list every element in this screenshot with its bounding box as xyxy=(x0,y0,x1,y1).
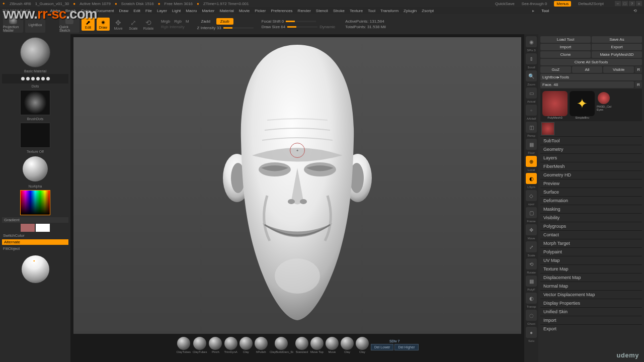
polyf-button[interactable]: ▦ xyxy=(526,276,537,287)
save-as-button[interactable]: Save As xyxy=(592,36,642,43)
menu-edit[interactable]: Edit xyxy=(133,9,140,13)
menu-tool[interactable]: Tool xyxy=(368,9,375,13)
minimize-button[interactable]: − xyxy=(615,1,621,6)
menu-preferences[interactable]: Preferences xyxy=(271,9,292,13)
section-contact[interactable]: Contact xyxy=(540,230,642,239)
brush-pinch[interactable]: Pinch xyxy=(209,337,222,353)
scroll-button[interactable]: ⇕ xyxy=(526,53,537,64)
material-sphere[interactable] xyxy=(23,156,48,182)
section-normalmap[interactable]: Normal Map xyxy=(540,282,642,290)
menu-transform[interactable]: Transform xyxy=(380,9,398,13)
subtool-mini-thumb[interactable] xyxy=(541,122,554,135)
menu-picker[interactable]: Picker xyxy=(255,9,266,13)
goz-r-button[interactable]: R xyxy=(635,66,642,73)
section-export[interactable]: Export xyxy=(540,324,642,333)
scale-mode-button[interactable]: ⤢Scale xyxy=(127,17,140,32)
menu-texture[interactable]: Texture xyxy=(350,9,363,13)
maximize-button[interactable]: □ xyxy=(622,1,628,6)
menu-material[interactable]: Material xyxy=(219,9,233,13)
section-surface[interactable]: Surface xyxy=(540,188,642,196)
tool-sphere-icon[interactable] xyxy=(598,92,610,104)
brush-movetop[interactable]: Move Top xyxy=(310,337,324,353)
make-polymesh-button[interactable]: Make PolyMesh3D xyxy=(592,51,642,58)
brush-claybuild[interactable]: ClayBuildDam_St xyxy=(270,337,293,353)
draw-mode-button[interactable]: ✷Draw xyxy=(97,18,110,31)
aahalf-button[interactable]: ▫ xyxy=(526,105,537,116)
goz-all-button[interactable]: All xyxy=(572,66,603,73)
scale-view-button[interactable]: ⤢ xyxy=(526,241,537,252)
default-zscript[interactable]: DefaultZScript xyxy=(578,2,604,6)
section-display[interactable]: Display Properties xyxy=(540,299,642,307)
drawsize-slider[interactable] xyxy=(287,26,317,28)
import-button[interactable]: Import xyxy=(540,44,591,50)
menu-document[interactable]: Document xyxy=(96,9,114,13)
face-r-button[interactable]: R xyxy=(635,81,642,88)
goz-visible-button[interactable]: Visible xyxy=(603,66,634,73)
sdiv-indicator[interactable]: SDiv 7 xyxy=(389,339,400,343)
ghost-button[interactable]: ◌ xyxy=(526,310,537,321)
rgb-intensity[interactable]: Rgb Intensity xyxy=(161,25,189,29)
gradient-label[interactable]: Gradient xyxy=(2,217,68,223)
draw-size[interactable]: Draw Size 64 xyxy=(262,25,286,29)
section-visibility[interactable]: Visibility xyxy=(540,213,642,222)
menu-layer[interactable]: Layer xyxy=(157,9,167,13)
seethrough-slider[interactable]: See-through 0 xyxy=(522,2,547,6)
brush-clay3[interactable]: Clay xyxy=(356,337,369,353)
local-button[interactable]: ⊕ xyxy=(526,156,537,167)
right-tool-title[interactable]: Tool xyxy=(541,9,549,13)
brush-trimdyna[interactable]: TrimDynA xyxy=(224,337,237,353)
clone-button[interactable]: Clone xyxy=(540,51,591,58)
lsym-button[interactable]: ◐ xyxy=(526,173,537,184)
dynamic-toggle[interactable]: Dynamic xyxy=(319,25,335,29)
section-geometry[interactable]: Geometry xyxy=(540,145,642,153)
close-button[interactable]: × xyxy=(636,1,642,6)
export-button[interactable]: Export xyxy=(592,44,642,50)
actual-button[interactable]: ▭ xyxy=(526,87,537,99)
move-view-button[interactable]: ✥ xyxy=(526,224,537,235)
brush-claytubes[interactable]: ClayTubes xyxy=(176,337,190,353)
solo-button[interactable]: ● xyxy=(526,327,537,338)
menu-file[interactable]: File xyxy=(145,9,152,13)
move-mode-button[interactable]: ✥Move xyxy=(112,17,125,32)
del-higher-button[interactable]: Del Higher xyxy=(394,344,418,350)
transp-button[interactable]: ◐ xyxy=(526,293,537,304)
menu-draw[interactable]: Draw xyxy=(119,9,129,13)
brush-clay2[interactable]: Clay xyxy=(341,337,354,353)
lightbox-tools[interactable]: Lightbox▸Tools xyxy=(540,74,642,80)
section-layers[interactable]: Layers xyxy=(540,153,642,162)
brush-move[interactable]: Move xyxy=(326,337,339,353)
m-button[interactable]: M xyxy=(186,19,189,24)
brush-standard[interactable]: Standard xyxy=(295,337,308,353)
brush-clay[interactable]: Clay xyxy=(239,337,253,353)
menu-light[interactable]: Light xyxy=(172,9,181,13)
spix-button[interactable]: ◉ xyxy=(526,36,537,47)
frame-button[interactable]: ▢ xyxy=(526,207,537,218)
quicksave-button[interactable]: QuickSave xyxy=(495,2,515,6)
zadd-button[interactable]: Zadd xyxy=(197,18,214,25)
alternate-button[interactable]: Alternate xyxy=(2,239,68,245)
section-preview[interactable]: Preview xyxy=(540,179,642,188)
section-unifiedskin[interactable]: Unified Skin xyxy=(540,307,642,316)
fill-object[interactable]: FillObject xyxy=(2,246,68,251)
alpha-thumbnail[interactable] xyxy=(20,90,50,115)
brush-thumbnail[interactable] xyxy=(20,37,50,67)
xpoz-button[interactable]: ◇ xyxy=(526,190,537,201)
stroke-dots[interactable] xyxy=(2,74,68,83)
color-picker[interactable] xyxy=(20,190,50,215)
goz-button[interactable]: GoZ xyxy=(540,66,571,73)
z-intensity-slider[interactable] xyxy=(223,27,254,29)
switch-color[interactable]: SwitchColor xyxy=(2,233,68,238)
section-deformation[interactable]: Deformation xyxy=(540,196,642,205)
brush-hpolish[interactable]: hPolish xyxy=(255,337,268,353)
section-polypaint[interactable]: Polypaint xyxy=(540,247,642,256)
floor-button[interactable]: ▦ xyxy=(526,139,537,150)
z-intensity-label[interactable]: Z Intensity 33 xyxy=(197,26,221,30)
zoom-button[interactable]: 🔍 xyxy=(526,70,537,81)
menu-movie[interactable]: Movie xyxy=(239,9,250,13)
load-tool-button[interactable]: Load Tool xyxy=(540,36,591,43)
persp-button[interactable]: ◫ xyxy=(526,122,537,133)
menu-render[interactable]: Render xyxy=(298,9,311,13)
rgb-button[interactable]: Rgb xyxy=(174,19,182,24)
color-swatches[interactable] xyxy=(2,224,68,232)
section-subtool[interactable]: SubTool xyxy=(540,136,642,145)
